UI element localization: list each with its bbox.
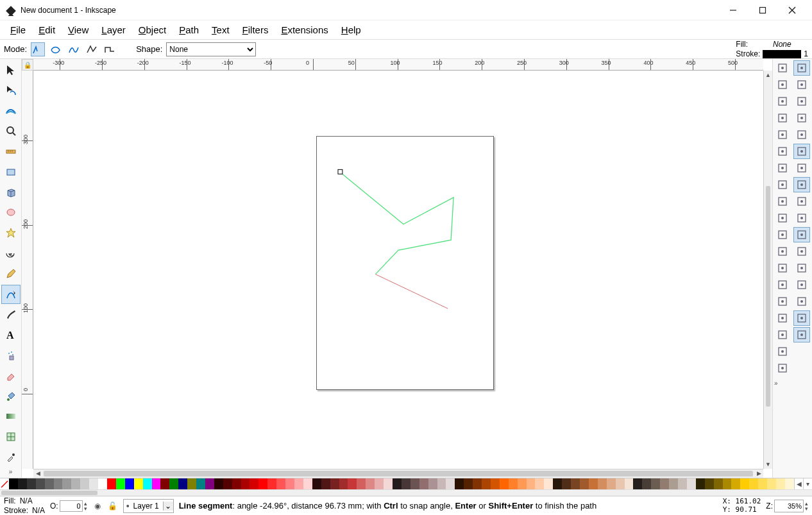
print-doc-button[interactable]	[774, 110, 791, 126]
palette-swatch[interactable]	[276, 478, 285, 489]
palette-swatch[interactable]	[232, 478, 241, 489]
palette-swatch[interactable]	[633, 478, 642, 489]
palette-swatch[interactable]	[267, 478, 276, 489]
menu-file[interactable]: File	[4, 22, 32, 38]
palette-swatch[interactable]	[36, 478, 45, 489]
palette-swatch[interactable]	[357, 478, 366, 489]
measure-tool[interactable]	[1, 142, 21, 161]
palette-swatch[interactable]	[402, 478, 410, 489]
duplicate-button[interactable]	[774, 294, 791, 309]
canvas[interactable]	[33, 71, 763, 469]
vertical-scrollbar[interactable]: ▲ ▼	[763, 71, 772, 469]
palette-swatch[interactable]	[160, 478, 169, 489]
horizontal-scrollbar-thumb[interactable]	[44, 471, 753, 477]
horizontal-scrollbar[interactable]: ◀ ▶	[33, 469, 763, 478]
scroll-left-icon[interactable]: ◀	[33, 469, 42, 478]
calligraphy-tool[interactable]	[1, 305, 21, 325]
palette-swatch[interactable]	[330, 478, 339, 489]
palette-swatch[interactable]	[509, 478, 518, 489]
palette-swatch[interactable]	[205, 478, 214, 489]
copy-button[interactable]	[774, 194, 791, 209]
palette-swatch[interactable]	[339, 478, 348, 489]
palette-swatch[interactable]	[464, 478, 473, 489]
palette-swatch[interactable]	[384, 478, 393, 489]
chevron-down-icon[interactable]: ⌄	[163, 502, 173, 511]
bezier-tool[interactable]	[1, 285, 21, 304]
palette-swatch[interactable]	[80, 478, 89, 489]
palette-swatch[interactable]	[535, 478, 544, 489]
palette-swatch[interactable]	[669, 478, 678, 489]
node-tool[interactable]	[1, 81, 21, 100]
snap-nodes-button[interactable]	[793, 144, 810, 159]
palette-swatch[interactable]	[303, 478, 312, 489]
palette-swatch[interactable]	[250, 478, 258, 489]
eraser-tool[interactable]	[1, 366, 21, 385]
palette-swatch[interactable]	[660, 478, 669, 489]
palette-swatch[interactable]	[749, 478, 758, 489]
snap-bbox-button[interactable]	[793, 77, 810, 92]
vertical-scrollbar-thumb[interactable]	[766, 186, 770, 407]
status-fill-value[interactable]: N/A	[20, 496, 33, 505]
star-tool[interactable]	[1, 223, 21, 242]
snap-grid-button[interactable]	[793, 310, 810, 326]
palette-swatch[interactable]	[544, 478, 553, 489]
palette-swatch[interactable]	[214, 478, 223, 489]
palette-swatch[interactable]	[107, 478, 116, 489]
palette-swatch[interactable]	[258, 478, 267, 489]
text-tool[interactable]: A	[1, 325, 21, 344]
palette-swatch[interactable]	[705, 478, 714, 489]
mode-paraxial-button[interactable]	[103, 42, 117, 56]
palette-swatch[interactable]	[687, 478, 696, 489]
palette-menu-icon[interactable]: ▾	[803, 478, 812, 489]
palette-swatch[interactable]	[428, 478, 437, 489]
palette-swatch[interactable]	[9, 478, 18, 489]
menu-text[interactable]: Text	[205, 22, 236, 38]
menu-path[interactable]: Path	[173, 22, 205, 38]
palette-swatch[interactable]	[285, 478, 294, 489]
palette-swatch[interactable]	[651, 478, 660, 489]
palette-swatch[interactable]	[598, 478, 607, 489]
palette-swatch[interactable]	[223, 478, 232, 489]
undo-button[interactable]	[774, 160, 791, 176]
palette-swatch[interactable]	[776, 478, 785, 489]
layer-visibility-icon[interactable]: ◉	[92, 501, 103, 511]
circle-tool[interactable]	[1, 203, 21, 223]
palette-swatch[interactable]	[553, 478, 562, 489]
palette-swatch[interactable]	[740, 478, 749, 489]
open-doc-button[interactable]	[774, 77, 791, 92]
palette-swatch[interactable]	[571, 478, 580, 489]
palette-swatch[interactable]	[696, 478, 705, 489]
zoom-page-button[interactable]	[774, 277, 791, 292]
palette-swatch[interactable]	[678, 478, 687, 489]
paste-button[interactable]	[774, 227, 791, 242]
palette-swatch[interactable]	[580, 478, 589, 489]
palette-swatch[interactable]	[473, 478, 482, 489]
palette-swatch[interactable]	[500, 478, 509, 489]
palette-swatch[interactable]	[312, 478, 321, 489]
scroll-down-icon[interactable]: ▼	[764, 460, 772, 469]
palette-swatch[interactable]	[419, 478, 428, 489]
palette-swatch[interactable]	[294, 478, 303, 489]
palette-swatch[interactable]	[437, 478, 446, 489]
palette-swatch[interactable]	[98, 478, 107, 489]
palette-swatch[interactable]	[62, 478, 71, 489]
scroll-right-icon[interactable]: ▶	[754, 469, 763, 478]
palette-swatch[interactable]	[71, 478, 80, 489]
menu-extensions[interactable]: Extensions	[275, 22, 334, 38]
snap-bbox-corner-button[interactable]	[793, 110, 810, 126]
mode-spiro-path-button[interactable]	[49, 42, 63, 56]
maximize-button[interactable]	[748, 1, 777, 20]
palette-no-fill-swatch[interactable]	[0, 478, 9, 489]
menu-edit[interactable]: Edit	[32, 22, 62, 38]
palette-swatch[interactable]	[178, 478, 187, 489]
palette-swatch[interactable]	[767, 478, 776, 489]
palette-swatch[interactable]	[196, 478, 205, 489]
commands-overflow-icon[interactable]: »	[774, 380, 811, 387]
spiral-tool[interactable]	[1, 244, 21, 263]
close-button[interactable]	[777, 1, 807, 20]
palette-swatch[interactable]	[491, 478, 500, 489]
bucket-tool[interactable]	[1, 387, 21, 406]
mode-regular-path-button[interactable]	[31, 42, 45, 56]
snap-enable-button[interactable]	[793, 60, 810, 76]
palette-swatch[interactable]	[125, 478, 134, 489]
